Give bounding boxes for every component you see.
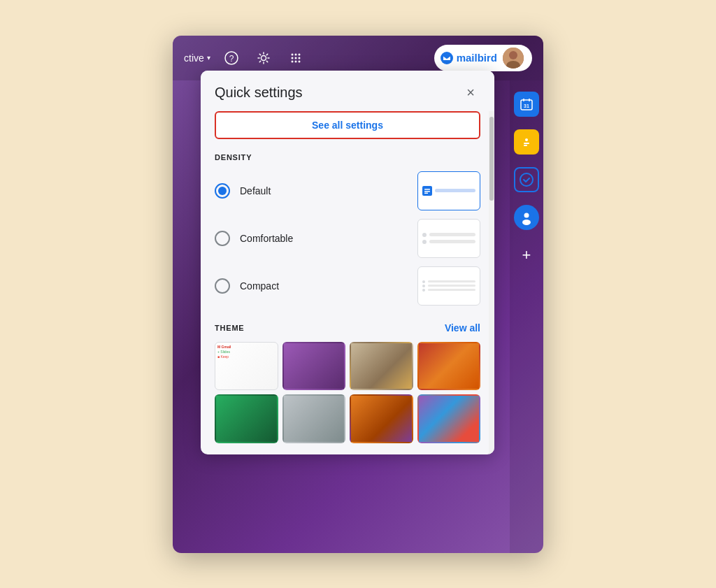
theme-section-label: THEME [215, 324, 245, 332]
quick-settings-content: See all settings DENSITY Default [201, 111, 494, 454]
svg-point-11 [298, 60, 300, 62]
theme-grey[interactable] [282, 394, 346, 443]
theme-sand[interactable] [350, 342, 413, 391]
theme-purple[interactable] [282, 342, 346, 391]
quick-settings-inner: See all settings DENSITY Default [201, 111, 494, 454]
svg-point-5 [298, 53, 300, 55]
svg-point-6 [291, 57, 293, 59]
top-bar-left: ctive ▾ ? [173, 47, 307, 69]
theme-grid: M Gmail + Slides ■ Keep [215, 342, 480, 443]
svg-point-4 [294, 53, 296, 55]
svg-rect-30 [424, 192, 428, 194]
radio-compact [215, 278, 230, 294]
quick-settings-panel: Quick settings × See all settings DENSIT… [201, 71, 494, 454]
density-default-label: Default [240, 185, 271, 196]
svg-text:?: ? [229, 54, 234, 64]
active-label: ctive ▾ [184, 52, 210, 64]
svg-rect-29 [424, 191, 430, 192]
quick-settings-close-button[interactable]: × [461, 83, 480, 103]
sidebar-tasks-icon[interactable] [514, 167, 539, 192]
density-option-compact[interactable]: Compact [215, 266, 480, 306]
svg-point-9 [291, 60, 293, 62]
scroll-thumb [489, 117, 494, 201]
mailbird-logo: mailbird [440, 51, 497, 65]
theme-green[interactable] [215, 394, 278, 443]
radio-comfortable [215, 231, 230, 246]
svg-point-24 [520, 173, 533, 186]
help-button[interactable]: ? [220, 47, 243, 69]
view-all-themes-button[interactable]: View all [445, 322, 480, 334]
scrollbar[interactable] [489, 111, 494, 454]
density-default-preview [417, 171, 480, 210]
radio-default-inner [218, 187, 227, 195]
svg-point-21 [525, 138, 528, 141]
svg-text:31: 31 [524, 103, 529, 108]
quick-settings-header: Quick settings × [201, 71, 494, 111]
density-options: Default [215, 171, 480, 306]
density-section-label: DENSITY [215, 153, 480, 162]
svg-point-12 [441, 52, 453, 64]
avatar [503, 48, 524, 69]
density-option-comfortable[interactable]: Comfortable [215, 219, 480, 258]
density-compact-label: Compact [240, 280, 279, 292]
svg-point-26 [524, 213, 529, 217]
see-all-settings-button[interactable]: See all settings [215, 111, 480, 139]
theme-header: THEME View all [215, 322, 480, 334]
sidebar-contacts-icon[interactable] [514, 205, 539, 230]
right-sidebar: 31 + [510, 80, 543, 553]
density-option-default[interactable]: Default [215, 171, 480, 210]
radio-default [215, 183, 230, 199]
svg-point-14 [509, 51, 517, 59]
sidebar-add-button[interactable]: + [514, 243, 539, 268]
apps-button[interactable] [285, 47, 307, 69]
sidebar-calendar-icon[interactable]: 31 [514, 92, 539, 117]
svg-point-2 [261, 55, 266, 60]
app-container: ctive ▾ ? [173, 36, 543, 553]
svg-point-8 [298, 57, 300, 59]
preview-icon [422, 186, 432, 196]
density-compact-preview [417, 266, 480, 306]
mailbird-badge[interactable]: mailbird [434, 45, 532, 71]
theme-gmail[interactable]: M Gmail + Slides ■ Keep [215, 342, 278, 391]
quick-settings-title: Quick settings [215, 85, 303, 101]
density-comfortable-preview [417, 219, 480, 258]
svg-rect-23 [524, 145, 527, 146]
svg-point-10 [294, 60, 296, 62]
svg-rect-22 [524, 143, 529, 144]
chevron-icon: ▾ [207, 54, 210, 62]
svg-rect-28 [424, 189, 430, 190]
svg-point-27 [522, 220, 531, 225]
density-comfortable-label: Comfortable [240, 233, 293, 244]
theme-canyon[interactable] [417, 342, 481, 391]
svg-point-3 [291, 53, 293, 55]
settings-button[interactable] [252, 47, 275, 69]
theme-colorful[interactable] [417, 394, 481, 443]
sidebar-keep-icon[interactable] [514, 129, 539, 155]
theme-rust[interactable] [350, 394, 413, 443]
svg-point-7 [294, 57, 296, 59]
